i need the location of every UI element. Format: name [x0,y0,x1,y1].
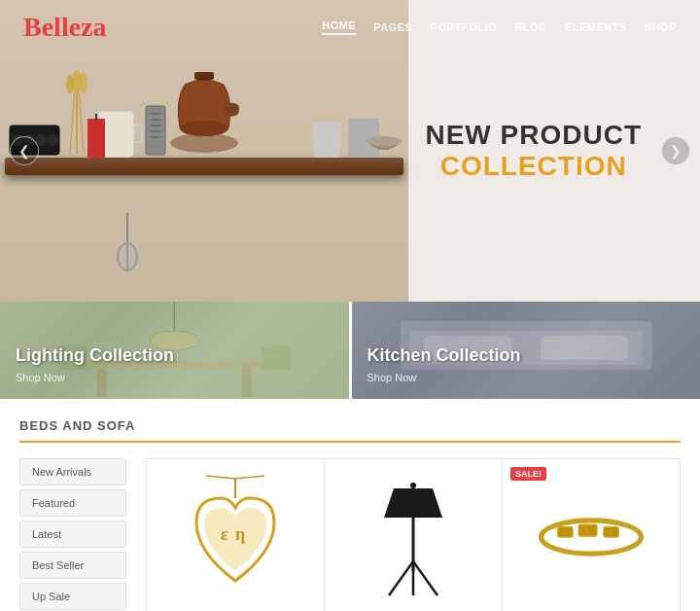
svg-point-10 [80,72,88,93]
lighting-banner-content: Lighting Collection Shop Now [16,345,174,385]
svg-rect-45 [578,524,597,536]
hero-line1: NEW PRODUCT [425,120,642,151]
filter-latest[interactable]: Latest [19,521,126,548]
nav-shop[interactable]: SHOP [645,21,677,33]
svg-point-20 [367,136,402,146]
products-sidebar: New Arrivals Featured Latest Best Seller… [19,458,146,611]
necklace-icon: ε η [187,474,284,600]
chevron-right-icon: ❯ [670,143,682,159]
product-image-2 [334,469,492,605]
lighting-shop-link[interactable]: Shop Now [16,372,65,383]
chevron-left-icon: ❮ [18,143,30,159]
svg-rect-19 [194,72,214,80]
kitchen-banner-content: Kitchen Collection Shop Now [368,345,521,385]
kitchen-collection-banner[interactable]: Kitchen Collection Shop Now [352,302,701,399]
svg-point-9 [66,75,74,94]
main-nav: HOME PAGES PORTFOLIO BLOG ELEMENTS SHOP [322,19,677,35]
kettle-icon [165,70,243,158]
svg-text:ε: ε [221,524,228,544]
metal-cup-2 [313,123,340,158]
product-card-3[interactable]: SALE! [503,458,681,611]
filter-up-sale[interactable]: Up Sale [19,583,126,610]
sale-badge: SALE! [510,467,546,481]
section-title: BEDS AND SOFA [19,418,681,443]
filter-best-seller[interactable]: Best Seller [19,552,126,579]
collection-banners: Lighting Collection Shop Now Kitchen Col… [0,302,700,399]
svg-text:η: η [235,524,245,544]
svg-line-40 [413,561,438,595]
products-layout: New Arrivals Featured Latest Best Seller… [19,458,681,611]
filter-new-arrivals[interactable]: New Arrivals [19,458,126,485]
kitchen-title: Kitchen Collection [368,345,521,366]
svg-line-36 [206,476,235,479]
header: Belleza HOME PAGES PORTFOLIO BLOG ELEMEN… [0,0,700,54]
hero-line2: COLLECTION [425,151,642,182]
nav-portfolio[interactable]: PORTFOLIO [430,21,497,33]
site-logo[interactable]: Belleza [23,12,107,43]
hero-arrow-left[interactable]: ❮ [10,136,39,165]
bowl-icon [365,133,403,158]
svg-point-18 [180,121,228,136]
nav-blog[interactable]: BLOG [514,21,547,33]
products-section: BEDS AND SOFA New Arrivals Featured Late… [0,399,700,611]
kitchen-shop-link[interactable]: Shop Now [368,372,417,383]
lighting-collection-banner[interactable]: Lighting Collection Shop Now [0,302,352,399]
nav-home[interactable]: HOME [322,19,356,35]
svg-line-37 [235,476,264,479]
product-card-1[interactable]: ε η ACCUMSAN $9.00 [146,458,325,611]
hanging-cup [117,242,138,271]
svg-line-7 [79,90,84,153]
svg-point-4 [47,134,58,146]
product-image-3 [512,469,670,605]
lamp-icon [374,474,452,600]
products-grid: ε η ACCUMSAN $9.00 [146,458,681,611]
bracelet-icon [533,498,649,576]
red-candle [88,119,105,158]
svg-line-6 [70,90,75,153]
filter-featured[interactable]: Featured [19,489,126,517]
nav-pages[interactable]: PAGES [373,21,412,33]
nav-elements[interactable]: ELEMENTS [565,21,627,33]
svg-point-42 [410,483,416,488]
hero-text-block: NEW PRODUCT COLLECTION [425,120,642,182]
product-card-2[interactable]: ACCUMSAN $9.00 [325,458,503,611]
svg-line-39 [389,561,413,595]
hero-arrow-right[interactable]: ❯ [661,136,690,165]
product-image-1: ε η [157,469,314,605]
lighting-title: Lighting Collection [16,345,174,366]
shelf-plank [5,158,403,175]
